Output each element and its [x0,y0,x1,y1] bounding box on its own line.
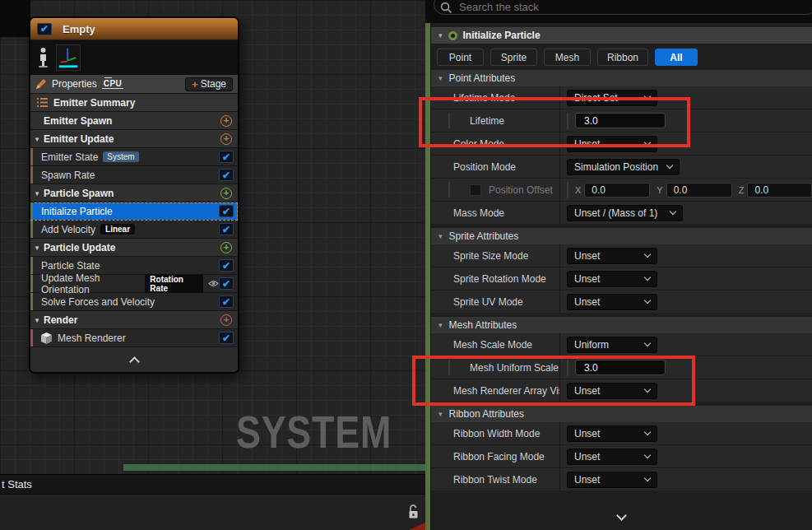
chevron-down-icon[interactable]: ▾ [438,31,443,40]
stack-group-particle-update[interactable]: ▾ Particle Update + [30,239,238,257]
chevron-down-icon[interactable]: ▾ [30,135,44,143]
add-module-button[interactable]: + [220,133,232,145]
category-accent [30,293,33,310]
section-sprite-attributes[interactable]: ▾ Sprite Attributes [431,228,812,244]
section-point-attributes[interactable]: ▾ Point Attributes [431,70,812,86]
tab-all[interactable]: All [655,49,698,66]
stack-item-emitter-state[interactable]: Emitter State System ✔ [30,148,238,166]
stack-item-add-velocity[interactable]: Add Velocity Linear ✔ [30,221,238,239]
module-enabled-checkbox[interactable]: ✔ [219,223,234,235]
emitter-summary-row[interactable]: Emitter Summary [30,94,238,112]
module-enabled-checkbox[interactable]: ✔ [219,277,234,290]
emitter-preview-thumbnail[interactable] [56,44,81,71]
initialize-particle-header[interactable]: ▾ Initialize Particle [431,27,812,44]
emitter-enabled-checkbox[interactable]: ✔ [37,23,52,35]
emitter-node[interactable]: ✔ Empty Properties CPU + Stage [29,16,239,374]
unlock-icon[interactable] [407,503,420,522]
stack-item-initialize-particle[interactable]: Initialize Particle ✔ [30,202,238,221]
add-renderer-button[interactable]: + [220,314,232,326]
timeline-panel[interactable] [0,494,426,530]
property-label-text: Position Offset [489,184,553,196]
properties-row[interactable]: Properties CPU + Stage [30,75,238,94]
dropdown-value: Simulation Position [574,161,658,173]
selection-panel: ▾ Initialize Particle Point Sprite Mesh … [425,0,812,530]
module-label: Spawn Rate [41,170,95,181]
tab-sprite[interactable]: Sprite [490,49,537,66]
property-value: Unset [559,267,812,290]
mass-mode-dropdown[interactable]: Unset / (Mass of 1) [567,205,683,221]
selection-title: Initialize Particle [463,30,541,41]
module-enabled-checkbox[interactable]: ✔ [219,332,234,344]
section-ribbon-attributes[interactable]: ▾ Ribbon Attributes [431,406,812,422]
annotation-rectangle-mesh-scale [412,356,695,406]
stack-item-update-mesh-orientation[interactable]: Update Mesh Orientation Rotation Rate ✔ [30,275,238,293]
tab-ribbon[interactable]: Ribbon [597,49,648,66]
property-label: Position Offset [431,179,559,201]
module-enabled-checkbox[interactable]: ✔ [219,205,234,217]
tab-point[interactable]: Point [437,49,484,66]
row-position-mode: Position Mode Simulation Position [431,156,812,179]
ribbon-twist-mode-dropdown[interactable]: Unset [567,472,657,488]
mesh-scale-mode-dropdown[interactable]: Uniform [567,337,657,353]
ribbon-width-mode-dropdown[interactable]: Unset [567,425,657,442]
tab-mesh[interactable]: Mesh [544,49,591,66]
check-icon: ✔ [222,279,230,289]
module-enabled-checkbox[interactable]: ✔ [219,169,234,181]
emitter-title: Empty [63,23,95,35]
add-module-button[interactable]: + [220,115,232,127]
stack-group-emitter-spawn[interactable]: ▾ Emitter Spawn + [30,112,238,130]
chevron-down-icon[interactable]: ▾ [30,316,44,324]
chevron-down-icon [644,297,651,304]
stats-tab-bar[interactable]: t Stats [0,474,426,494]
check-icon: ✔ [222,152,230,162]
search-input[interactable] [434,0,812,15]
sprite-uv-mode-dropdown[interactable]: Unset [567,294,657,310]
dropdown-value: Unset [574,250,600,262]
section-title: Point Attributes [449,72,516,84]
sprite-rotation-mode-dropdown[interactable]: Unset [567,271,657,287]
emitter-node-header[interactable]: ✔ Empty [30,18,238,40]
chevron-down-icon[interactable]: ▾ [30,189,44,198]
check-icon: ✔ [222,297,230,307]
node-collapse-footer[interactable] [30,347,238,372]
category-accent [30,202,33,220]
dropdown-value: Unset / (Mass of 1) [574,207,657,219]
row-sprite-size-mode: Sprite Size Mode Unset [431,244,812,267]
chevron-down-icon [644,340,651,346]
module-enabled-checkbox[interactable]: ✔ [219,295,234,308]
module-enabled-checkbox[interactable]: ✔ [219,259,234,272]
sprite-size-mode-dropdown[interactable]: Unset [567,248,657,264]
visibility-eye-icon[interactable] [208,280,219,287]
category-accent [30,148,33,165]
chevron-up-icon [129,356,140,367]
stack-item-mesh-renderer[interactable]: Mesh Renderer ✔ [30,329,238,347]
add-module-button[interactable]: + [220,242,232,253]
property-label: Sprite UV Mode [431,291,559,313]
plus-icon: + [192,79,198,90]
stack-group-emitter-update[interactable]: ▾ Emitter Update + [30,130,238,148]
module-label: Emitter State [41,151,98,163]
scroll-more-indicator[interactable] [431,512,812,519]
position-offset-checkbox[interactable] [470,184,481,196]
chevron-down-icon[interactable]: ▾ [30,244,44,252]
position-offset-y-input[interactable] [666,183,732,198]
add-stage-button[interactable]: + Stage [185,77,233,91]
position-offset-x-input[interactable] [584,183,650,198]
check-icon: ✔ [222,170,230,180]
position-offset-z-input[interactable] [747,183,812,198]
chevron-down-icon [644,429,651,435]
stack-item-solve-forces-velocity[interactable]: Solve Forces and Velocity ✔ [30,293,238,311]
module-enabled-checkbox[interactable]: ✔ [219,151,234,163]
system-watermark: SYSTEM [236,405,392,458]
add-module-button[interactable]: + [220,188,232,199]
stack-item-spawn-rate[interactable]: Spawn Rate ✔ [30,166,238,184]
emitter-summary-label: Emitter Summary [53,97,135,109]
ribbon-facing-mode-dropdown[interactable]: Unset [567,449,657,465]
stats-label: t Stats [2,478,32,490]
row-ribbon-twist-mode: Ribbon Twist Mode Unset [431,468,812,491]
section-mesh-attributes[interactable]: ▾ Mesh Attributes [431,317,812,333]
person-icon [37,47,49,68]
stack-group-render[interactable]: ▾ Render + [30,311,238,329]
stack-group-particle-spawn[interactable]: ▾ Particle Spawn + [30,184,238,202]
position-mode-dropdown[interactable]: Simulation Position [567,159,680,175]
